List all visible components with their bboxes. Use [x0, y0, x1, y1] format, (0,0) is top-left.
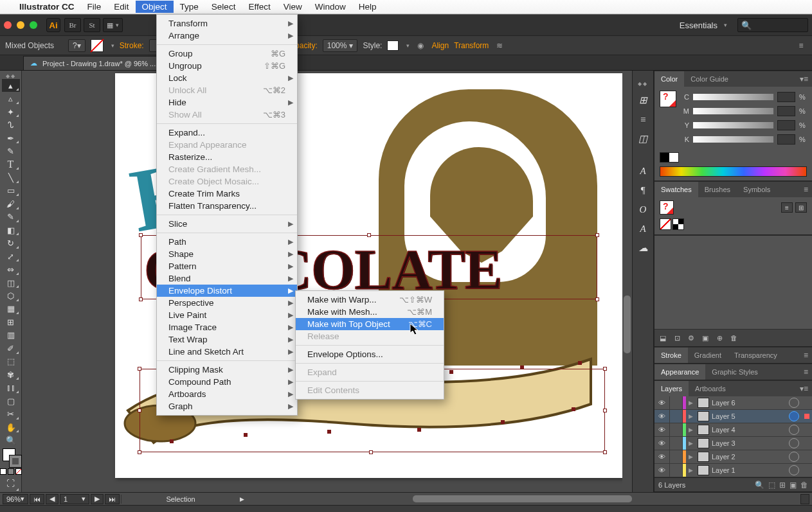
menu-help[interactable]: Help: [352, 1, 383, 13]
isolate-icon[interactable]: ≋: [494, 41, 505, 50]
lock-toggle[interactable]: [670, 464, 683, 477]
menu-item[interactable]: Ungroup⇧⌘G: [157, 60, 297, 72]
curvature-tool[interactable]: ✎: [2, 145, 20, 157]
hand-tool[interactable]: ✋: [2, 421, 20, 434]
perspective-tool[interactable]: ▦: [2, 303, 20, 315]
screen-mode-tool[interactable]: ⛶: [2, 475, 20, 492]
blend-tool[interactable]: ⬚: [2, 355, 20, 368]
lock-toggle[interactable]: [670, 437, 683, 450]
expand-caret-icon[interactable]: ▶: [686, 454, 695, 460]
paragraph-panel-icon[interactable]: ¶: [634, 181, 652, 199]
delete-swatch-icon[interactable]: 🗑: [728, 333, 739, 343]
paintbrush-tool[interactable]: 🖌: [2, 197, 20, 210]
direct-selection-tool[interactable]: ▵: [2, 92, 20, 105]
layer-name[interactable]: Layer 2: [712, 453, 789, 461]
zoom-tool[interactable]: 🔍: [2, 434, 20, 446]
new-layer-icon[interactable]: ▣: [789, 481, 797, 490]
visibility-toggle[interactable]: 👁: [654, 464, 670, 477]
target-icon[interactable]: [789, 452, 799, 462]
document-tab[interactable]: ☁ Project - Drawing 1.draw* @ 96% ... ×: [23, 56, 172, 70]
swatch-kind-icon[interactable]: ⊡: [671, 333, 683, 343]
visibility-toggle[interactable]: 👁: [654, 423, 670, 436]
gradient-tool[interactable]: ▥: [2, 329, 20, 342]
fill-stroke-control[interactable]: [1, 448, 21, 467]
stroke-none-swatch[interactable]: [91, 39, 104, 52]
menu-item[interactable]: Make with Warp...⌥⇧⌘W: [296, 294, 444, 306]
visibility-toggle[interactable]: 👁: [654, 410, 670, 423]
opentype-panel-icon[interactable]: O: [634, 200, 652, 218]
menu-item[interactable]: Transform▶: [157, 17, 297, 30]
artboard-prev[interactable]: ◀: [46, 494, 59, 504]
menu-item[interactable]: Blend▶: [157, 272, 297, 285]
menu-window[interactable]: Window: [309, 1, 352, 13]
selection-tool[interactable]: ▴: [2, 79, 20, 92]
free-transform-tool[interactable]: ◫: [2, 276, 20, 289]
gradient-tab[interactable]: Gradient: [688, 348, 728, 363]
magenta-slider[interactable]: [693, 108, 773, 114]
stock-button[interactable]: St: [84, 18, 100, 32]
status-info[interactable]: Selection: [123, 494, 239, 504]
color-guide-tab[interactable]: Color Guide: [684, 71, 735, 87]
workspace-switcher[interactable]: Essentials: [680, 21, 717, 30]
expand-caret-icon[interactable]: ▶: [686, 413, 695, 419]
menu-item[interactable]: Hide▶: [157, 96, 297, 109]
menu-item[interactable]: Path▶: [157, 236, 297, 248]
swatches-grid-view[interactable]: ⊞: [795, 202, 807, 213]
black-field[interactable]: [777, 134, 795, 145]
new-sublayer-icon[interactable]: ⊞: [779, 481, 786, 490]
fill-proxy-swatch[interactable]: ?: [660, 91, 676, 107]
menu-item[interactable]: Line and Sketch Art▶: [157, 346, 297, 358]
swatches-tab[interactable]: Swatches: [654, 182, 698, 197]
target-icon[interactable]: [789, 438, 799, 448]
menu-item[interactable]: Pattern▶: [157, 260, 297, 272]
close-window-button[interactable]: [4, 21, 12, 29]
menu-item[interactable]: Live Paint▶: [157, 309, 297, 321]
swatch-libraries-icon[interactable]: ⬓: [657, 333, 669, 343]
swatch-none[interactable]: [660, 218, 671, 230]
panel-menu-icon[interactable]: ≡: [800, 364, 812, 380]
line-tool[interactable]: ╲: [2, 171, 20, 184]
layer-name[interactable]: Layer 6: [712, 399, 789, 407]
symbol-sprayer-tool[interactable]: ✾: [2, 368, 20, 381]
layer-row[interactable]: 👁▶Layer 6: [654, 396, 812, 410]
lock-toggle[interactable]: [670, 410, 683, 423]
swatch-registration[interactable]: [672, 218, 684, 230]
search-field[interactable]: 🔍: [737, 18, 808, 32]
minimize-window-button[interactable]: [17, 21, 24, 29]
rectangle-tool[interactable]: ▭: [2, 184, 20, 197]
slice-tool[interactable]: ✂: [2, 407, 20, 420]
graphic-style-swatch[interactable]: [387, 40, 399, 51]
align-panel-icon[interactable]: ≡: [634, 110, 652, 128]
glyphs-panel-icon[interactable]: A: [634, 220, 652, 238]
layer-row[interactable]: 👁▶Layer 4: [654, 423, 812, 437]
menu-type[interactable]: Type: [174, 1, 205, 13]
swatches-fill-proxy[interactable]: ?: [660, 200, 674, 215]
magic-wand-tool[interactable]: ✦: [2, 105, 20, 118]
menu-item[interactable]: Shape▶: [157, 248, 297, 260]
black-slider[interactable]: [693, 136, 773, 143]
fill-dropdown[interactable]: ?▾: [68, 39, 86, 52]
lock-toggle[interactable]: [670, 450, 683, 463]
layer-name[interactable]: Layer 1: [712, 466, 789, 474]
mesh-tool[interactable]: ⊞: [2, 315, 20, 328]
expand-caret-icon[interactable]: ▶: [686, 440, 695, 446]
type-tool[interactable]: T: [2, 158, 20, 171]
magenta-field[interactable]: [777, 106, 795, 116]
target-icon[interactable]: [789, 411, 799, 421]
transform-link[interactable]: Transform: [454, 41, 489, 50]
panel-menu-icon[interactable]: ▾≡: [796, 381, 812, 396]
swatches-list-view[interactable]: ≡: [781, 202, 793, 213]
color-tab[interactable]: Color: [654, 71, 684, 87]
artboard-next[interactable]: ▶: [91, 494, 104, 504]
panel-gripper[interactable]: ◆◆: [0, 73, 21, 79]
menu-view[interactable]: View: [277, 1, 309, 13]
delete-layer-icon[interactable]: 🗑: [800, 481, 808, 490]
color-mode-row[interactable]: [0, 468, 22, 475]
graph-tool[interactable]: ⫿⫿: [2, 381, 20, 394]
yellow-field[interactable]: [777, 120, 795, 130]
target-icon[interactable]: [789, 425, 799, 435]
bw-swatches[interactable]: [660, 152, 679, 163]
menu-item[interactable]: Envelope Options...: [296, 348, 444, 360]
pencil-tool[interactable]: ✎: [2, 211, 20, 224]
panel-menu-icon[interactable]: ≡: [800, 182, 812, 197]
